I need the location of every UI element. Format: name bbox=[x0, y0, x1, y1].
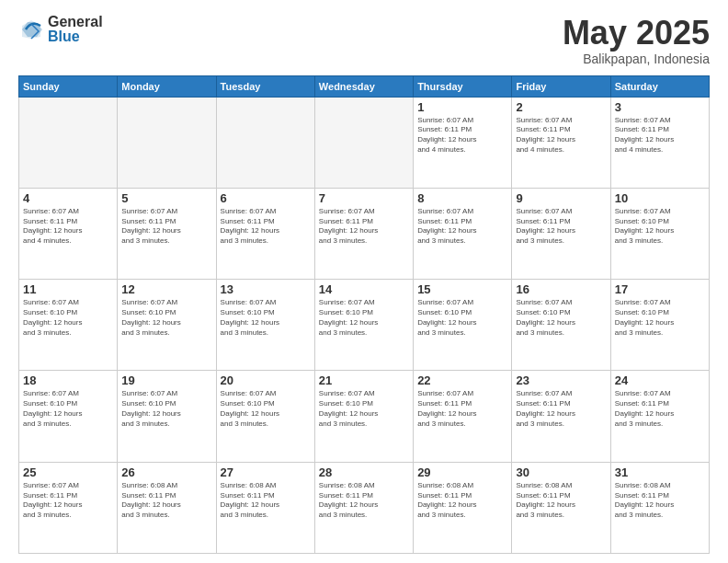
day-number: 2 bbox=[516, 100, 606, 114]
table-row: 10Sunrise: 6:07 AM Sunset: 6:10 PM Dayli… bbox=[610, 188, 709, 279]
table-row: 5Sunrise: 6:07 AM Sunset: 6:11 PM Daylig… bbox=[118, 188, 216, 279]
day-info: Sunrise: 6:07 AM Sunset: 6:10 PM Dayligh… bbox=[615, 207, 705, 247]
calendar-header-row: Sunday Monday Tuesday Wednesday Thursday… bbox=[19, 75, 710, 97]
calendar-week-row: 25Sunrise: 6:07 AM Sunset: 6:11 PM Dayli… bbox=[19, 462, 710, 553]
table-row bbox=[118, 97, 216, 188]
day-number: 28 bbox=[319, 465, 409, 479]
header: General Blue May 2025 Balikpapan, Indone… bbox=[18, 15, 710, 66]
day-number: 1 bbox=[417, 100, 507, 114]
table-row: 3Sunrise: 6:07 AM Sunset: 6:11 PM Daylig… bbox=[610, 97, 709, 188]
location: Balikpapan, Indonesia bbox=[563, 52, 710, 66]
table-row: 13Sunrise: 6:07 AM Sunset: 6:10 PM Dayli… bbox=[216, 280, 314, 371]
table-row: 22Sunrise: 6:07 AM Sunset: 6:11 PM Dayli… bbox=[414, 371, 512, 462]
day-number: 16 bbox=[516, 282, 606, 296]
table-row: 27Sunrise: 6:08 AM Sunset: 6:11 PM Dayli… bbox=[216, 462, 314, 553]
table-row: 8Sunrise: 6:07 AM Sunset: 6:11 PM Daylig… bbox=[414, 188, 512, 279]
day-number: 12 bbox=[121, 282, 211, 296]
day-info: Sunrise: 6:07 AM Sunset: 6:11 PM Dayligh… bbox=[615, 116, 705, 155]
table-row: 25Sunrise: 6:07 AM Sunset: 6:11 PM Dayli… bbox=[19, 462, 118, 553]
title-block: May 2025 Balikpapan, Indonesia bbox=[563, 15, 710, 66]
table-row: 30Sunrise: 6:08 AM Sunset: 6:11 PM Dayli… bbox=[512, 462, 610, 553]
day-number: 24 bbox=[615, 373, 705, 387]
logo-text: General Blue bbox=[48, 15, 103, 44]
day-number: 22 bbox=[417, 373, 507, 387]
day-info: Sunrise: 6:07 AM Sunset: 6:11 PM Dayligh… bbox=[615, 389, 705, 429]
col-thursday: Thursday bbox=[414, 75, 512, 97]
day-info: Sunrise: 6:08 AM Sunset: 6:11 PM Dayligh… bbox=[615, 481, 705, 521]
table-row: 21Sunrise: 6:07 AM Sunset: 6:10 PM Dayli… bbox=[314, 371, 413, 462]
day-info: Sunrise: 6:07 AM Sunset: 6:10 PM Dayligh… bbox=[23, 389, 113, 429]
table-row: 20Sunrise: 6:07 AM Sunset: 6:10 PM Dayli… bbox=[216, 371, 314, 462]
logo-general-text: General bbox=[48, 15, 103, 29]
day-info: Sunrise: 6:07 AM Sunset: 6:10 PM Dayligh… bbox=[221, 298, 311, 338]
col-saturday: Saturday bbox=[610, 75, 709, 97]
day-info: Sunrise: 6:08 AM Sunset: 6:11 PM Dayligh… bbox=[121, 481, 211, 521]
table-row: 28Sunrise: 6:08 AM Sunset: 6:11 PM Dayli… bbox=[314, 462, 413, 553]
day-info: Sunrise: 6:07 AM Sunset: 6:11 PM Dayligh… bbox=[221, 207, 311, 247]
day-number: 30 bbox=[516, 465, 606, 479]
table-row: 29Sunrise: 6:08 AM Sunset: 6:11 PM Dayli… bbox=[414, 462, 512, 553]
day-number: 23 bbox=[516, 373, 606, 387]
day-info: Sunrise: 6:07 AM Sunset: 6:10 PM Dayligh… bbox=[417, 298, 507, 338]
day-number: 25 bbox=[23, 465, 113, 479]
table-row: 4Sunrise: 6:07 AM Sunset: 6:11 PM Daylig… bbox=[19, 188, 118, 279]
day-info: Sunrise: 6:07 AM Sunset: 6:10 PM Dayligh… bbox=[23, 298, 113, 338]
col-wednesday: Wednesday bbox=[314, 75, 413, 97]
col-sunday: Sunday bbox=[19, 75, 118, 97]
table-row bbox=[19, 97, 118, 188]
logo-blue-text: Blue bbox=[48, 29, 103, 44]
day-info: Sunrise: 6:08 AM Sunset: 6:11 PM Dayligh… bbox=[516, 481, 606, 521]
day-number: 18 bbox=[23, 373, 113, 387]
day-info: Sunrise: 6:07 AM Sunset: 6:11 PM Dayligh… bbox=[516, 389, 606, 429]
day-info: Sunrise: 6:07 AM Sunset: 6:10 PM Dayligh… bbox=[319, 389, 409, 429]
day-info: Sunrise: 6:07 AM Sunset: 6:10 PM Dayligh… bbox=[121, 389, 211, 429]
day-info: Sunrise: 6:07 AM Sunset: 6:10 PM Dayligh… bbox=[615, 298, 705, 338]
table-row: 7Sunrise: 6:07 AM Sunset: 6:11 PM Daylig… bbox=[314, 188, 413, 279]
day-info: Sunrise: 6:07 AM Sunset: 6:11 PM Dayligh… bbox=[516, 207, 606, 247]
calendar-week-row: 11Sunrise: 6:07 AM Sunset: 6:10 PM Dayli… bbox=[19, 280, 710, 371]
logo: General Blue bbox=[18, 15, 103, 44]
day-info: Sunrise: 6:08 AM Sunset: 6:11 PM Dayligh… bbox=[319, 481, 409, 521]
day-info: Sunrise: 6:07 AM Sunset: 6:11 PM Dayligh… bbox=[516, 116, 606, 155]
day-info: Sunrise: 6:07 AM Sunset: 6:11 PM Dayligh… bbox=[417, 207, 507, 247]
table-row: 16Sunrise: 6:07 AM Sunset: 6:10 PM Dayli… bbox=[512, 280, 610, 371]
day-number: 21 bbox=[319, 373, 409, 387]
day-info: Sunrise: 6:07 AM Sunset: 6:10 PM Dayligh… bbox=[516, 298, 606, 338]
day-info: Sunrise: 6:08 AM Sunset: 6:11 PM Dayligh… bbox=[417, 481, 507, 521]
month-title: May 2025 bbox=[563, 15, 710, 52]
day-number: 26 bbox=[121, 465, 211, 479]
day-info: Sunrise: 6:07 AM Sunset: 6:11 PM Dayligh… bbox=[23, 481, 113, 521]
day-number: 19 bbox=[121, 373, 211, 387]
day-number: 27 bbox=[221, 465, 311, 479]
day-number: 29 bbox=[417, 465, 507, 479]
day-info: Sunrise: 6:07 AM Sunset: 6:11 PM Dayligh… bbox=[23, 207, 113, 247]
table-row: 15Sunrise: 6:07 AM Sunset: 6:10 PM Dayli… bbox=[414, 280, 512, 371]
day-number: 6 bbox=[221, 191, 311, 205]
table-row: 23Sunrise: 6:07 AM Sunset: 6:11 PM Dayli… bbox=[512, 371, 610, 462]
day-info: Sunrise: 6:07 AM Sunset: 6:10 PM Dayligh… bbox=[319, 298, 409, 338]
day-number: 10 bbox=[615, 191, 705, 205]
col-friday: Friday bbox=[512, 75, 610, 97]
day-info: Sunrise: 6:07 AM Sunset: 6:11 PM Dayligh… bbox=[417, 116, 507, 155]
day-number: 4 bbox=[23, 191, 113, 205]
day-info: Sunrise: 6:07 AM Sunset: 6:10 PM Dayligh… bbox=[121, 298, 211, 338]
table-row: 9Sunrise: 6:07 AM Sunset: 6:11 PM Daylig… bbox=[512, 188, 610, 279]
day-number: 9 bbox=[516, 191, 606, 205]
day-number: 8 bbox=[417, 191, 507, 205]
table-row: 17Sunrise: 6:07 AM Sunset: 6:10 PM Dayli… bbox=[610, 280, 709, 371]
col-monday: Monday bbox=[118, 75, 216, 97]
day-info: Sunrise: 6:07 AM Sunset: 6:11 PM Dayligh… bbox=[417, 389, 507, 429]
calendar-week-row: 4Sunrise: 6:07 AM Sunset: 6:11 PM Daylig… bbox=[19, 188, 710, 279]
day-number: 5 bbox=[121, 191, 211, 205]
table-row: 1Sunrise: 6:07 AM Sunset: 6:11 PM Daylig… bbox=[414, 97, 512, 188]
day-info: Sunrise: 6:07 AM Sunset: 6:10 PM Dayligh… bbox=[221, 389, 311, 429]
table-row: 24Sunrise: 6:07 AM Sunset: 6:11 PM Dayli… bbox=[610, 371, 709, 462]
day-number: 3 bbox=[615, 100, 705, 114]
page: General Blue May 2025 Balikpapan, Indone… bbox=[0, 0, 728, 563]
col-tuesday: Tuesday bbox=[216, 75, 314, 97]
calendar-table: Sunday Monday Tuesday Wednesday Thursday… bbox=[18, 75, 710, 554]
table-row: 31Sunrise: 6:08 AM Sunset: 6:11 PM Dayli… bbox=[610, 462, 709, 553]
table-row bbox=[216, 97, 314, 188]
table-row: 12Sunrise: 6:07 AM Sunset: 6:10 PM Dayli… bbox=[118, 280, 216, 371]
day-info: Sunrise: 6:07 AM Sunset: 6:11 PM Dayligh… bbox=[121, 207, 211, 247]
